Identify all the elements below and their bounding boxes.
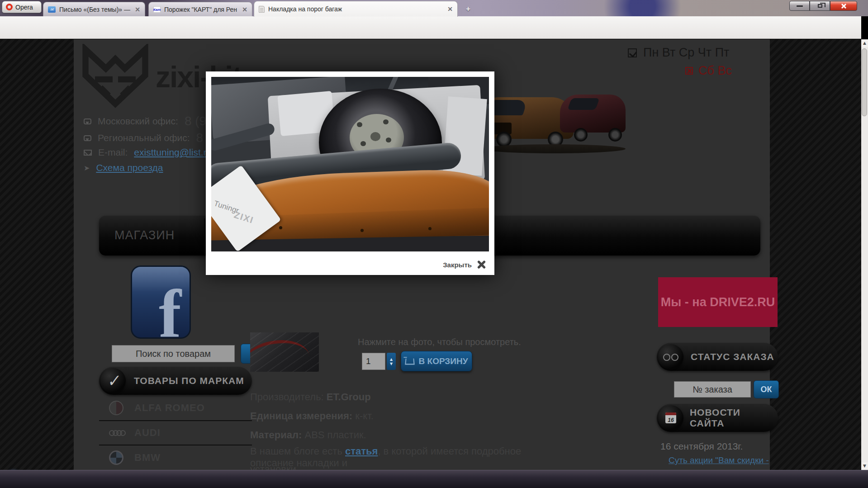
work-schedule-weekdays: Пн Вт Ср Чт Пт (628, 46, 729, 60)
page-scrollbar[interactable]: ▲ ▼ (861, 39, 868, 470)
site-news-header: 16 НОВОСТИ САЙТА (657, 404, 778, 432)
moscow-office-row: Московский офис: 8 (901) (84, 114, 225, 128)
taskbar (0, 470, 868, 488)
route-row: ➤ Схема проезда (84, 162, 163, 173)
new-tab-button[interactable]: + (462, 5, 474, 14)
news-date: 16 сентября 2013г. (660, 441, 743, 452)
tab-porozhek[interactable]: Кат Порожек "КАРТ" для Рен ✕ (148, 2, 252, 17)
material-row: Материал: ABS пластик. (250, 429, 366, 441)
tab-mail[interactable]: ✉ Письмо «(Без темы)» — ✕ (43, 2, 145, 17)
stepper-down-icon: ▼ (390, 362, 393, 365)
tab-title: Письмо «(Без темы)» — (59, 6, 131, 13)
lightbox-close-button[interactable]: Закрыть (443, 260, 486, 270)
mail-favicon-icon: ✉ (48, 6, 56, 13)
brands-header: ✓ ТОВАРЫ ПО МАРКАМ (99, 367, 252, 395)
zixi-kit-emblem-icon (81, 44, 149, 109)
nav-item-shop[interactable]: МАГАЗИН (114, 228, 175, 242)
cars-banner-image (481, 85, 626, 155)
page-favicon-icon (259, 6, 265, 13)
desktop-screen: Opera ✉ Письмо «(Без темы)» — ✕ Кат Поро… (0, 0, 868, 488)
envelope-icon (84, 150, 92, 156)
blog-paragraph-clipped: установки. (250, 464, 299, 470)
sidebar-item-bmw[interactable]: BMW (99, 446, 252, 469)
check-circle-icon: ✓ (100, 368, 126, 393)
unit-value: к-кт. (355, 410, 374, 422)
news-promo-link[interactable]: Суть акции "Вам скидки - (669, 455, 769, 465)
tab-nakladka-active[interactable]: Накладка на порог багаж ✕ (254, 1, 458, 17)
route-scheme-link[interactable]: Схема проезда (96, 162, 163, 173)
minimize-button[interactable] (789, 1, 810, 11)
quantity-stepper[interactable]: ▲▼ (387, 353, 396, 370)
product-thumbnail-image[interactable] (250, 332, 319, 372)
kart-favicon-icon: Кат (153, 6, 161, 13)
speech-bubble-icon (84, 118, 91, 124)
material-value: ABS пластик. (304, 429, 366, 441)
calendar-icon: 16 (658, 405, 683, 431)
manufacturer-row: Производитель: ET.Group (250, 391, 371, 403)
order-status-header: СТАТУС ЗАКАЗА (657, 343, 778, 371)
checked-checkbox-icon (628, 48, 637, 57)
facebook-badge[interactable]: f (131, 265, 191, 339)
address-bar (0, 16, 861, 39)
arrow-marker-icon: ➤ (84, 164, 90, 172)
opera-menu-label: Opera (15, 4, 33, 11)
photo-hint-text: Нажмите на фото, чтобы просмотреть. (358, 337, 521, 347)
sidebar-item-audi[interactable]: AUDI (99, 422, 252, 444)
restore-button[interactable] (810, 1, 830, 11)
window-controls (789, 1, 857, 12)
drive2-banner[interactable]: Мы - на DRIVE2.RU (658, 277, 778, 327)
work-schedule-weekend: Сб Вс (685, 64, 732, 78)
opera-menu-button[interactable]: Opera (2, 1, 42, 13)
email-link[interactable]: existtuning@list.ru (134, 147, 212, 158)
email-row: E-mail: existtuning@list.ru (84, 147, 212, 158)
close-label: Закрыть (443, 261, 472, 269)
tab-close-icon[interactable]: ✕ (242, 6, 247, 13)
opera-logo-icon (6, 4, 13, 10)
sidebar-item-alfa-romeo[interactable]: ALFA ROMEO (99, 397, 252, 419)
order-ok-button[interactable]: ОК (754, 380, 779, 398)
photo-lightbox: Tuningr ZIXI Закрыть (206, 71, 494, 275)
tab-title: Накладка на порог багаж (268, 5, 444, 13)
crossed-checkbox-icon (685, 67, 693, 75)
audi-logo-icon (109, 430, 123, 436)
order-number-input[interactable] (674, 381, 751, 398)
tab-title: Порожек "КАРТ" для Рен (164, 6, 238, 13)
close-x-icon (476, 260, 486, 270)
scroll-up-arrow[interactable]: ▲ (861, 39, 868, 47)
unit-row: Единица измерения: к-кт. (250, 410, 374, 422)
blog-article-link[interactable]: статья (345, 445, 378, 457)
scroll-thumb[interactable] (862, 48, 867, 116)
speech-bubble-icon (84, 135, 91, 141)
trunk-photo[interactable]: Tuningr ZIXI (211, 77, 489, 251)
add-to-cart-button[interactable]: В КОРЗИНУ (401, 351, 472, 371)
tab-close-icon[interactable]: ✕ (135, 6, 140, 13)
product-search-input[interactable] (112, 345, 235, 362)
tab-close-icon[interactable]: ✕ (447, 5, 453, 13)
scroll-down-arrow[interactable]: ▼ (861, 462, 868, 470)
glasses-icon (658, 344, 683, 370)
quantity-input[interactable] (362, 353, 385, 370)
cart-icon (405, 358, 415, 365)
manufacturer-value: ET.Group (327, 391, 371, 403)
bmw-logo-icon (109, 450, 123, 465)
close-window-button[interactable] (830, 1, 857, 11)
stepper-up-icon: ▲ (390, 358, 393, 361)
alfa-romeo-logo-icon (109, 401, 123, 415)
